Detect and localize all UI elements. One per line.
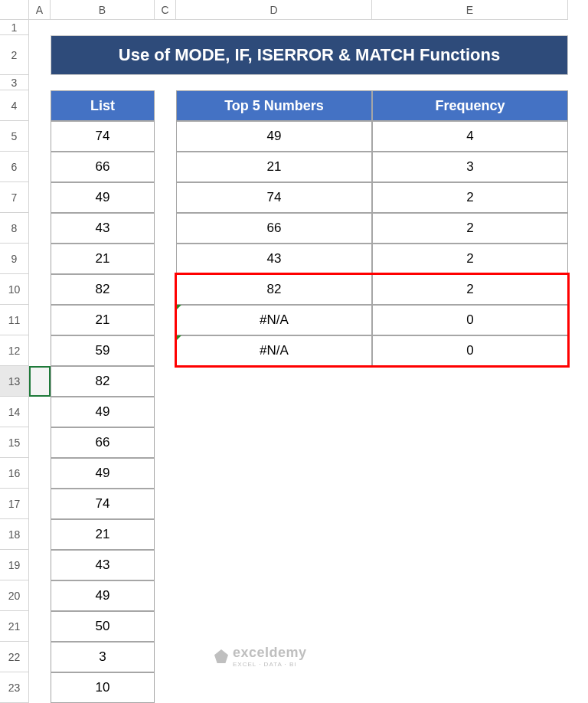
row-header-12[interactable]: 12 bbox=[0, 335, 29, 366]
header-top5[interactable]: Top 5 Numbers bbox=[176, 90, 372, 121]
top5-freq-cell[interactable]: 2 bbox=[372, 213, 568, 244]
row-header-2[interactable]: 2 bbox=[0, 35, 29, 75]
watermark-logo-icon bbox=[214, 649, 228, 663]
top5-number-cell[interactable]: 66 bbox=[176, 213, 372, 244]
col-header-A[interactable]: A bbox=[29, 0, 51, 20]
spreadsheet: ABCDE 1234567891011121314151617181920212… bbox=[0, 0, 588, 703]
list-cell[interactable]: 49 bbox=[51, 182, 155, 213]
list-cell[interactable]: 3 bbox=[51, 642, 155, 672]
list-cell[interactable]: 74 bbox=[51, 489, 155, 519]
list-cell[interactable]: 21 bbox=[51, 244, 155, 274]
list-cell[interactable]: 59 bbox=[51, 335, 155, 366]
row-header-7[interactable]: 7 bbox=[0, 182, 29, 213]
error-marker-icon bbox=[176, 335, 181, 341]
row-header-8[interactable]: 8 bbox=[0, 213, 29, 244]
watermark-sub: EXCEL · DATA · BI bbox=[233, 661, 307, 668]
col-header-B[interactable]: B bbox=[51, 0, 155, 20]
row-header-11[interactable]: 11 bbox=[0, 305, 29, 335]
row-header-1[interactable]: 1 bbox=[0, 20, 29, 35]
list-cell[interactable]: 82 bbox=[51, 366, 155, 397]
row-header-19[interactable]: 19 bbox=[0, 550, 29, 580]
header-freq[interactable]: Frequency bbox=[372, 90, 568, 121]
list-cell[interactable]: 10 bbox=[51, 672, 155, 703]
row-header-16[interactable]: 16 bbox=[0, 458, 29, 489]
watermark-name: exceldemy bbox=[233, 645, 307, 660]
row-header-13[interactable]: 13 bbox=[0, 366, 29, 397]
header-list[interactable]: List bbox=[51, 90, 155, 121]
sheet-corner[interactable] bbox=[0, 0, 29, 20]
list-cell[interactable]: 66 bbox=[51, 152, 155, 182]
top5-freq-cell[interactable]: 0 bbox=[372, 305, 568, 335]
page-title: Use of MODE, IF, ISERROR & MATCH Functio… bbox=[51, 35, 568, 75]
row-header-14[interactable]: 14 bbox=[0, 397, 29, 427]
row-header-3[interactable]: 3 bbox=[0, 75, 29, 90]
row-header-22[interactable]: 22 bbox=[0, 642, 29, 672]
col-header-C[interactable]: C bbox=[155, 0, 176, 20]
row-header-20[interactable]: 20 bbox=[0, 580, 29, 611]
top5-freq-cell[interactable]: 2 bbox=[372, 244, 568, 274]
row-header-6[interactable]: 6 bbox=[0, 152, 29, 182]
list-cell[interactable]: 21 bbox=[51, 519, 155, 550]
top5-freq-cell[interactable]: 3 bbox=[372, 152, 568, 182]
list-cell[interactable]: 66 bbox=[51, 427, 155, 458]
row-header-4[interactable]: 4 bbox=[0, 90, 29, 121]
column-headers: ABCDE bbox=[0, 0, 588, 20]
top5-freq-cell[interactable]: 0 bbox=[372, 335, 568, 366]
row-header-15[interactable]: 15 bbox=[0, 427, 29, 458]
top5-number-cell[interactable]: 43 bbox=[176, 244, 372, 274]
list-cell[interactable]: 21 bbox=[51, 305, 155, 335]
selected-cell[interactable] bbox=[29, 366, 51, 397]
top5-number-cell[interactable]: #N/A bbox=[176, 305, 372, 335]
list-cell[interactable]: 50 bbox=[51, 611, 155, 642]
row-headers: 1234567891011121314151617181920212223 bbox=[0, 0, 29, 703]
row-header-5[interactable]: 5 bbox=[0, 121, 29, 152]
row-header-10[interactable]: 10 bbox=[0, 274, 29, 305]
list-cell[interactable]: 82 bbox=[51, 274, 155, 305]
list-cell[interactable]: 43 bbox=[51, 213, 155, 244]
list-cell[interactable]: 43 bbox=[51, 550, 155, 580]
row-header-17[interactable]: 17 bbox=[0, 489, 29, 519]
col-header-E[interactable]: E bbox=[372, 0, 568, 20]
list-cell[interactable]: 49 bbox=[51, 458, 155, 489]
top5-number-cell[interactable]: 49 bbox=[176, 121, 372, 152]
list-cell[interactable]: 49 bbox=[51, 397, 155, 427]
row-header-18[interactable]: 18 bbox=[0, 519, 29, 550]
list-cell[interactable]: 49 bbox=[51, 580, 155, 611]
error-marker-icon bbox=[176, 305, 181, 310]
top5-freq-cell[interactable]: 2 bbox=[372, 182, 568, 213]
list-cell[interactable]: 74 bbox=[51, 121, 155, 152]
row-header-9[interactable]: 9 bbox=[0, 244, 29, 274]
top5-number-cell[interactable]: 74 bbox=[176, 182, 372, 213]
row-header-21[interactable]: 21 bbox=[0, 611, 29, 642]
top5-freq-cell[interactable]: 4 bbox=[372, 121, 568, 152]
top5-number-cell[interactable]: 21 bbox=[176, 152, 372, 182]
top5-number-cell[interactable]: 82 bbox=[176, 274, 372, 305]
watermark: exceldemyEXCEL · DATA · BI bbox=[214, 645, 307, 668]
col-header-D[interactable]: D bbox=[176, 0, 372, 20]
top5-freq-cell[interactable]: 2 bbox=[372, 274, 568, 305]
top5-number-cell[interactable]: #N/A bbox=[176, 335, 372, 366]
row-header-23[interactable]: 23 bbox=[0, 672, 29, 703]
